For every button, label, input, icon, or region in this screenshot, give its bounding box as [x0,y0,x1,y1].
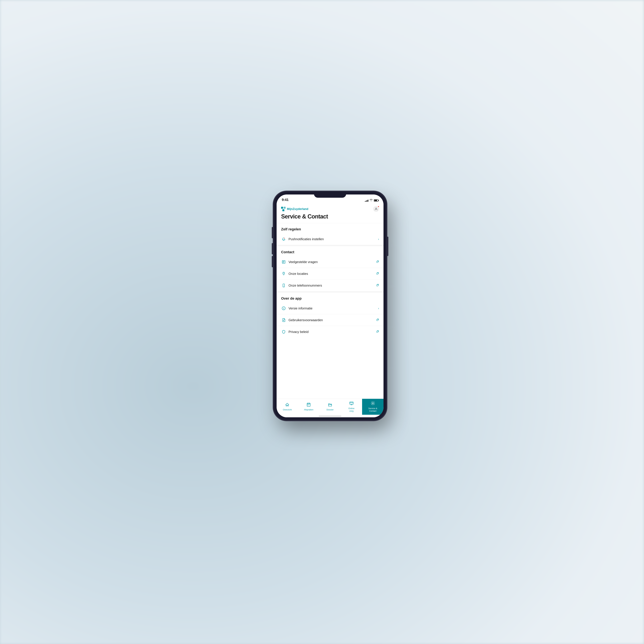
status-icons [365,199,378,202]
faq-icon [281,259,286,265]
external-icon-5 [376,330,379,334]
section-zelf-regelen: Zelf regelen Pushnotificaties instellen … [277,223,384,245]
bell-icon [281,237,286,242]
avatar-button[interactable] [373,206,379,212]
privacy-beleid-label: Privacy beleid [289,330,374,334]
arrow-icon-2: › [378,307,379,310]
nav-label-online-zorg: Onlinezorg [348,407,355,412]
svg-point-42 [372,403,373,404]
list-item-onze-locaties[interactable]: Onze locaties [277,268,384,280]
svg-point-4 [284,238,285,239]
brand-logo: MijnZuyderland [281,207,308,211]
gear-icon [371,401,375,407]
nav-item-service-contact[interactable]: Service &Contact [362,399,384,415]
external-icon-4 [376,318,379,322]
status-time: 9:41 [282,198,289,202]
section-title-over-de-app: Over de app [277,293,384,303]
svg-rect-0 [281,207,283,209]
signal-icon [365,199,368,202]
list-item-pushnotificaties[interactable]: Pushnotificaties instellen › [277,233,384,245]
nav-label-dossier: Dossier [327,408,334,411]
brand-name: MijnZuyderland [287,207,308,211]
calendar-icon [307,403,311,408]
wifi-icon [370,199,373,202]
app-header: MijnZuyderland Service & Contact [277,204,384,223]
brand-logo-icon [281,207,286,211]
list-item-veelgestelde-vragen[interactable]: Veelgestelde vragen [277,256,384,268]
bottom-navigation: Overzicht Afspraken [277,399,384,415]
shield-icon [281,329,286,334]
phone-mockup: 9:41 [274,192,386,420]
pushnotificaties-label: Pushnotificaties instellen [289,237,376,241]
nav-label-afspraken: Afspraken [304,408,313,411]
svg-rect-32 [307,403,310,407]
list-item-onze-telefoonnummers[interactable]: Onze telefoonnummers [277,280,384,291]
nav-item-online-zorg[interactable]: Onlinezorg [341,399,362,415]
page-title: Service & Contact [281,213,379,220]
phone-icon [281,283,286,288]
divider-1 [277,245,384,246]
svg-point-17 [284,286,284,287]
section-title-zelf-regelen: Zelf regelen [277,223,384,233]
list-item-privacy-beleid[interactable]: Privacy beleid [277,326,384,338]
home-icon [285,403,289,408]
svg-rect-2 [282,209,284,211]
list-item-gebruikersvoorwaarden[interactable]: Gebruikersvoorwaarden [277,314,384,326]
section-title-contact: Contact [277,246,384,256]
phone-shell: 9:41 [274,192,386,420]
onze-locaties-label: Onze locaties [289,272,374,276]
onze-telefoonnummers-label: Onze telefoonnummers [289,284,374,287]
veelgestelde-vragen-label: Veelgestelde vragen [289,260,374,264]
location-icon [281,271,286,276]
gebruikersvoorwaarden-label: Gebruikersvoorwaarden [289,318,374,322]
list-item-versie-informatie[interactable]: Versie informatie › [277,303,384,314]
monitor-icon [349,401,354,407]
svg-point-3 [376,208,377,209]
person-icon [374,207,378,211]
nav-item-afspraken[interactable]: Afspraken [298,399,319,415]
notification-dot [378,206,379,207]
header-top: MijnZuyderland [281,206,379,212]
svg-rect-38 [350,402,353,404]
phone-notch [314,192,346,198]
phone-screen: 9:41 [277,194,384,417]
external-icon-3 [376,284,379,287]
svg-rect-1 [284,207,286,209]
svg-rect-36 [308,405,308,405]
home-indicator [277,415,384,417]
folder-icon [328,403,332,408]
app-content: MijnZuyderland Service & Contact [277,204,384,399]
versie-informatie-label: Versie informatie [289,307,376,310]
battery-icon [374,199,378,202]
spacer [277,338,384,399]
divider-2 [277,291,384,293]
info-icon [281,306,286,311]
nav-item-dossier[interactable]: Dossier [319,399,341,415]
section-over-de-app: Over de app Versie informatie › [277,293,384,338]
nav-label-overzicht: Overzicht [283,408,292,411]
svg-point-12 [283,273,284,273]
section-contact: Contact Veelgestelde vragen [277,246,384,291]
nav-label-service-contact: Service &Contact [368,407,377,412]
nav-item-overzicht[interactable]: Overzicht [277,399,298,415]
external-icon-2 [376,272,379,276]
document-icon [281,317,286,323]
arrow-icon: › [378,237,379,241]
external-icon [376,260,379,264]
